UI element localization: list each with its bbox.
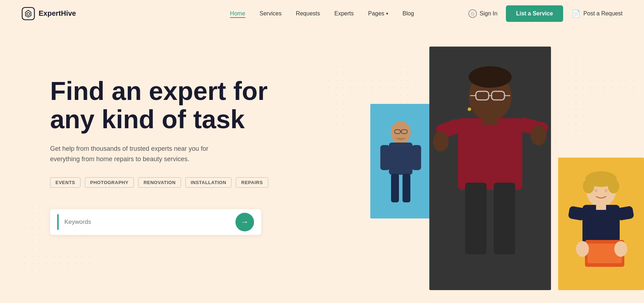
svg-rect-6 [412, 145, 421, 170]
logo-link[interactable]: ExpertHive [21, 7, 76, 20]
nav-link-experts[interactable]: Experts [334, 10, 353, 16]
nav-right: ⊙ Sign In List a Service 📄 Post a Reques… [468, 5, 623, 22]
tag-photography[interactable]: PHOTOGRAPHY [85, 177, 134, 188]
search-button[interactable]: → [235, 213, 254, 231]
hero-images [322, 27, 644, 303]
hero-section: Find an expert for any kind of task Get … [0, 27, 644, 303]
hero-image-secondary-left [370, 104, 431, 218]
navbar: ExpertHive Home Services Requests Expert… [0, 0, 644, 27]
nav-links: Home Services Requests Experts Pages ▾ B… [230, 10, 414, 17]
post-request-icon: 📄 [572, 9, 581, 18]
nav-link-requests[interactable]: Requests [296, 10, 320, 16]
svg-rect-8 [402, 174, 410, 202]
svg-rect-0 [22, 7, 34, 19]
pages-chevron-icon: ▾ [386, 11, 388, 16]
hero-title: Find an expert for any kind of task [50, 77, 301, 134]
nav-link-services[interactable]: Services [260, 10, 282, 16]
svg-rect-25 [482, 117, 498, 125]
search-border-accent [57, 214, 59, 230]
nav-link-pages[interactable]: Pages ▾ [368, 10, 388, 17]
nav-link-home[interactable]: Home [230, 10, 245, 18]
svg-point-43 [576, 241, 589, 257]
tag-repairs[interactable]: REPAIRS [236, 177, 268, 188]
svg-rect-4 [389, 143, 413, 175]
svg-rect-20 [458, 118, 522, 190]
hero-image-main [429, 47, 551, 290]
logo-icon [21, 7, 35, 20]
hero-content: Find an expert for any kind of task Get … [50, 48, 301, 235]
svg-point-35 [595, 189, 597, 192]
hero-tags: EVENTS PHOTOGRAPHY RENOVATION INSTALLATI… [50, 177, 301, 188]
list-service-button[interactable]: List a Service [506, 5, 563, 22]
svg-point-23 [433, 131, 449, 152]
sign-in-link[interactable]: ⊙ Sign In [468, 9, 498, 18]
tag-installation[interactable]: INSTALLATION [185, 177, 231, 188]
svg-rect-5 [380, 145, 390, 170]
svg-rect-38 [596, 204, 606, 210]
svg-rect-26 [465, 183, 487, 254]
svg-point-33 [583, 179, 594, 193]
svg-point-36 [605, 189, 608, 192]
tag-renovation[interactable]: RENOVATION [138, 177, 181, 188]
logo-text: ExpertHive [39, 9, 76, 18]
svg-rect-27 [494, 183, 515, 254]
nav-link-blog[interactable]: Blog [402, 10, 414, 16]
post-request-link[interactable]: 📄 Post a Request [572, 9, 623, 18]
svg-point-1 [27, 13, 30, 15]
svg-point-19 [469, 66, 512, 88]
svg-point-34 [606, 173, 614, 182]
search-arrow-icon: → [241, 217, 249, 227]
hero-subtitle: Get help from thousands of trusted exper… [50, 144, 236, 164]
sign-in-icon: ⊙ [468, 9, 477, 18]
svg-point-44 [614, 241, 627, 257]
svg-point-28 [468, 107, 471, 111]
tag-events[interactable]: EVENTS [50, 177, 80, 188]
hero-image-secondary-right [558, 158, 644, 290]
svg-point-24 [531, 125, 546, 145]
svg-point-3 [391, 121, 411, 144]
svg-rect-7 [391, 174, 399, 202]
hero-search-bar: → [50, 209, 261, 235]
search-input[interactable] [64, 218, 235, 226]
